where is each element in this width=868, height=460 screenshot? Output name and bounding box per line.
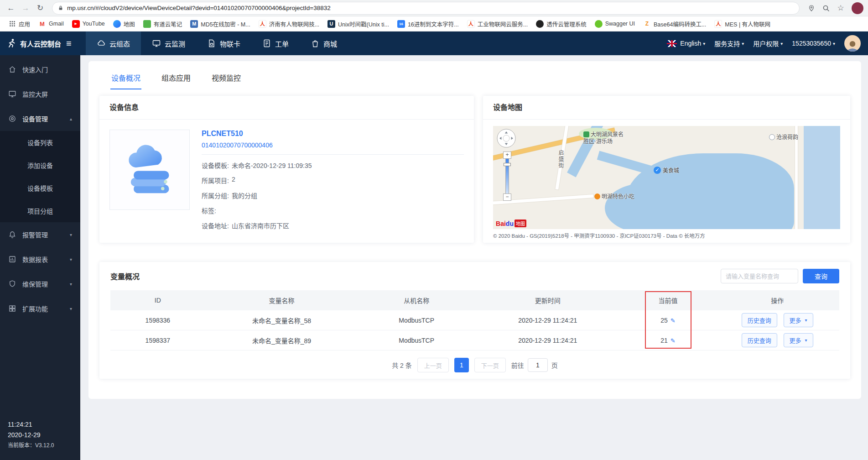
column-header-updated: 更新时间 [475,296,621,305]
youtube-icon: ▶ [72,20,80,28]
nav-item-label: 商城 [323,39,337,48]
user-avatar[interactable] [844,35,861,52]
sidebar-subitem-device-list[interactable]: 设备列表 [0,131,80,154]
map-copyright: © 2020 Baidu - GS(2019)5218号 - 甲测资字11009… [493,232,840,239]
map-zoom-slider[interactable]: + − [503,152,511,201]
bookmark-item-md5[interactable]: M MD5在线加密 - M... [187,18,254,30]
baidu-map[interactable]: 大明湖风景名胜区·游乐场 启盛街 明湖特色小吃 沧浪荷韵 ✓ 美 [493,126,840,229]
edit-icon[interactable]: ✎ [670,317,676,324]
more-button[interactable]: 更多▾ [784,333,813,347]
sidebar-item-maintenance[interactable]: 维保管理 ▾ [0,272,80,296]
cell-updated: 2020-12-29 11:24:21 [475,317,621,324]
back-icon[interactable]: ← [5,2,17,15]
device-name-link[interactable]: PLCNET510 [202,130,464,138]
prev-page-button[interactable]: 上一页 [417,358,449,372]
nav-item-workorder[interactable]: 工单 [251,31,300,55]
bookmark-item-gmail[interactable]: M Gmail [35,19,68,29]
nav-item-cloud-monitor[interactable]: 云监测 [141,31,196,55]
support-dropdown[interactable]: 服务支持 ▾ [714,39,744,48]
sidebar-item-monitor-screen[interactable]: 监控大屏 [0,82,80,106]
sidebar-subitem-device-template[interactable]: 设备模板 [0,177,80,199]
permission-label: 用户权限 [753,39,779,48]
zoom-icon[interactable] [820,2,832,15]
variable-search-input[interactable] [721,269,798,283]
food-poi-icon [594,193,600,199]
device-map-title: 设备地图 [483,96,850,120]
poi-label: 明湖特色小吃 [602,193,634,200]
zoom-out-button[interactable]: − [503,193,511,201]
nav-item-mall[interactable]: 商城 [300,31,348,55]
bookmark-item-hex[interactable]: 16 16进制到文本字符... [394,18,463,30]
nav-item-iot-card[interactable]: 物联卡 [196,31,251,55]
hamburger-icon[interactable]: ≡ [66,38,72,49]
map-poi-park: 大明湖风景名胜区·游乐场 [583,131,625,145]
zoom-handle[interactable] [504,163,511,166]
poi-icon [769,134,775,140]
history-query-button[interactable]: 历史查询 [742,313,777,327]
field-value: 我的分组 [232,191,257,200]
sidebar-item-quickstart[interactable]: 快速入门 [0,57,80,82]
sidebar-item-alarm-mgmt[interactable]: 报警管理 ▾ [0,222,80,247]
chevron-down-icon: ▾ [833,41,835,46]
baidu-logo-text: Bai [496,220,506,227]
page-1-button[interactable]: 1 [454,358,469,372]
bookmark-item-swagger[interactable]: Swagger UI [591,19,639,29]
account-label: 15253035650 [792,40,831,47]
edit-icon[interactable]: ✎ [670,337,676,344]
search-button[interactable]: 查询 [803,269,839,283]
sim-card-icon [207,39,216,48]
zoom-track[interactable] [505,159,509,193]
history-query-button[interactable]: 历史查询 [742,333,777,347]
current-value: 21 [660,337,668,344]
bookmark-item-map[interactable]: 地图 [109,18,139,30]
pagination: 共 2 条 上一页 1 下一页 前往 页 [99,358,850,372]
bookmark-item-iiot[interactable]: 人 工业物联网云服务... [463,18,531,30]
bookmark-item-passthrough[interactable]: 透传云管理系统 [532,18,590,30]
permission-dropdown[interactable]: 用户权限 ▾ [753,39,783,48]
zoom-in-button[interactable]: + [503,152,511,159]
location-icon[interactable] [805,2,818,15]
bookmark-item-mes[interactable]: 人 MES | 有人物联网 [711,18,774,30]
gmail-icon: M [38,20,46,28]
sidebar-item-data-report[interactable]: 数据报表 ▾ [0,247,80,272]
goto-page-input[interactable] [528,358,548,372]
bookmark-item-base64[interactable]: Z Base64编码转换工... [639,18,710,30]
sidebar-subitem-project-group[interactable]: 项目分组 [0,199,80,222]
sidebar-subitem-add-device[interactable]: 添加设备 [0,154,80,177]
content-panel: 设备概况 组态应用 视频监控 设备信息 [88,61,861,399]
tab-device-overview[interactable]: 设备概况 [110,70,141,89]
bookmark-label: Swagger UI [605,21,635,27]
bookmark-item-unix[interactable]: U Unix时间戳(Unix ti... [324,18,393,30]
bookmark-item-usr[interactable]: 人 济南有人物联网技... [255,18,323,30]
map-device-marker[interactable]: ✓ 美食城 [654,166,679,174]
swagger-icon [595,20,603,28]
tab-video-monitor[interactable]: 视频监控 [211,70,242,89]
sidebar-item-extensions[interactable]: 扩展功能 ▾ [0,296,80,321]
cell-name: 未命名_变量名称_58 [205,316,359,325]
sidebar-item-label: 维保管理 [22,279,48,288]
browser-profile-avatar[interactable] [852,2,863,14]
browser-toolbar: ← → ↻ mp.usr.cn/#/cloudV2/device/ViewDev… [0,0,868,16]
bookmark-star-icon[interactable]: ☆ [834,2,847,15]
bookmark-item-youdao[interactable]: 有道云笔记 [140,18,186,30]
url-bar[interactable]: mp.usr.cn/#/cloudV2/device/ViewDeviceDet… [52,2,800,15]
bookmark-item-youtube[interactable]: ▶ YouTube [68,19,109,29]
map-water-right [804,126,840,229]
bookmark-label: 16进制到文本字符... [408,20,459,28]
forward-icon[interactable]: → [19,2,32,15]
tab-scada-app[interactable]: 组态应用 [161,70,192,89]
reload-icon[interactable]: ↻ [34,2,47,15]
bookmark-item-apps[interactable]: 应用 [5,18,34,30]
language-dropdown[interactable]: English ▾ [667,40,705,47]
more-button[interactable]: 更多▾ [784,313,813,327]
map-pan-control[interactable] [497,129,516,148]
topnav-right: English ▾ 服务支持 ▾ 用户权限 ▾ 15253035650 ▾ [667,35,868,52]
chevron-down-icon: ▾ [805,338,807,343]
field-value: 山东省济南市历下区 [232,221,289,230]
sidebar-item-device-mgmt[interactable]: 设备管理 ▴ [0,106,80,131]
account-dropdown[interactable]: 15253035650 ▾ [792,40,835,47]
nav-item-cloud-scada[interactable]: 云组态 [86,31,141,55]
usr-icon: 人 [259,20,266,28]
next-page-button[interactable]: 下一页 [474,358,506,372]
mes-icon: 人 [714,20,722,28]
